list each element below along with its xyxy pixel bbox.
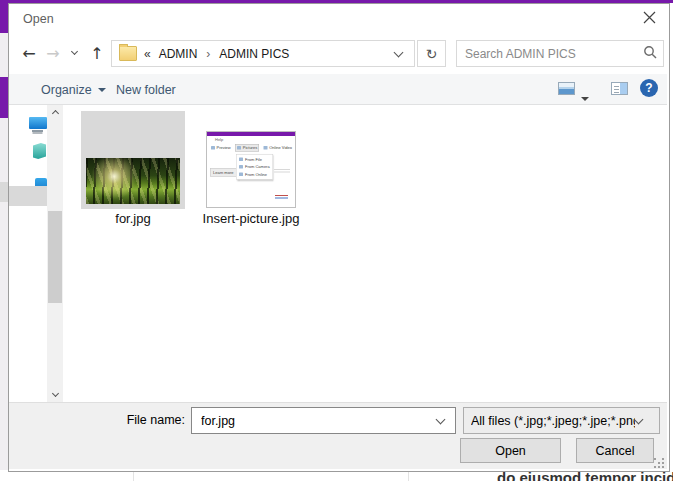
help-icon: ? xyxy=(645,81,652,95)
mini-from-file-icon xyxy=(239,158,243,162)
selected-tree-item[interactable] xyxy=(9,186,47,206)
cancel-button[interactable]: Cancel xyxy=(576,438,654,463)
file-name-label: File name: xyxy=(109,413,185,427)
views-icon[interactable] xyxy=(558,82,575,95)
mini-online-video-icon xyxy=(264,146,268,150)
chevron-up-icon xyxy=(51,110,58,117)
breadcrumb-collapse[interactable]: « xyxy=(144,47,151,61)
preview-pane-icon[interactable] xyxy=(611,82,628,95)
views-dropdown-icon[interactable] xyxy=(581,87,589,105)
file-list-area[interactable]: for.jpg Help Preview Pictures Online Vid… xyxy=(63,105,667,402)
organize-button[interactable]: Organize xyxy=(41,74,106,105)
new-folder-button[interactable]: New folder xyxy=(116,74,176,105)
file-type-combobox[interactable]: All files (*.jpg;*.jpeg;*.jpe;*.png; xyxy=(463,407,660,434)
back-button[interactable]: ← xyxy=(17,40,41,66)
file-name-combobox[interactable] xyxy=(191,407,456,434)
help-button[interactable]: ? xyxy=(640,79,658,97)
thumbnail-mini-ui: Help Preview Pictures Online Video Learn… xyxy=(207,136,295,208)
this-pc-icon[interactable] xyxy=(29,117,47,129)
mini-from-online-icon xyxy=(239,173,243,177)
organize-label: Organize xyxy=(41,83,92,97)
backdrop-left-strip-6 xyxy=(0,202,8,470)
3d-objects-icon[interactable] xyxy=(33,143,46,159)
backdrop-left-strip-4 xyxy=(0,118,8,182)
mini-text-lines xyxy=(274,169,290,170)
breadcrumb-item-admin-pics[interactable]: ADMIN PICS xyxy=(219,47,289,61)
mini-pictures-button: Pictures xyxy=(243,146,257,151)
backdrop-left-strip-1 xyxy=(0,3,8,33)
mini-side-button: Learn more xyxy=(210,168,236,177)
file-item-for-jpg[interactable] xyxy=(81,111,185,209)
forest-thumbnail-image xyxy=(86,158,180,204)
mini-dropdown-menu: From File From Camera From Online xyxy=(236,154,273,180)
address-bar[interactable]: « ADMIN › ADMIN PICS xyxy=(111,40,415,67)
file-label-insert-picture-jpg[interactable]: Insert-picture.jpg xyxy=(191,211,311,226)
file-item-insert-picture-jpg[interactable]: Help Preview Pictures Online Video Learn… xyxy=(206,131,296,208)
file-name-dropdown-icon[interactable] xyxy=(436,414,446,424)
open-dialog: Open ← → ↑ « ADMIN › ADMIN PICS ↻ Organi… xyxy=(8,3,670,472)
mini-online-video-button: Online Video xyxy=(269,146,292,151)
sidebar-scrollbar[interactable] xyxy=(47,105,63,402)
organize-dropdown-icon xyxy=(98,88,106,92)
close-button[interactable] xyxy=(633,6,665,32)
file-name-input[interactable] xyxy=(199,413,433,429)
up-button[interactable]: ↑ xyxy=(85,40,109,66)
close-icon xyxy=(643,10,656,28)
recent-locations-button[interactable] xyxy=(67,40,81,66)
file-type-value: All files (*.jpg;*.jpeg;*.jpe;*.png; xyxy=(471,414,635,428)
scroll-up-button[interactable] xyxy=(47,105,63,119)
refresh-button[interactable]: ↻ xyxy=(417,40,446,67)
folder-icon xyxy=(119,46,137,61)
dialog-title: Open xyxy=(23,12,54,26)
search-input[interactable] xyxy=(463,46,637,62)
breadcrumb-separator-icon[interactable]: › xyxy=(206,47,210,61)
mini-preview-button: Preview xyxy=(217,146,231,151)
backdrop-left-strip-2 xyxy=(0,33,8,77)
mini-help-tab: Help xyxy=(215,138,223,143)
chevron-down-icon xyxy=(51,390,58,397)
new-folder-label: New folder xyxy=(116,83,176,97)
mini-colored-text-lines xyxy=(275,195,288,196)
search-box xyxy=(456,40,664,67)
file-type-dropdown-icon[interactable] xyxy=(634,414,644,424)
mini-preview-icon xyxy=(211,146,215,150)
backdrop-left-strip-5 xyxy=(0,182,8,202)
forward-button[interactable]: → xyxy=(41,40,65,66)
chevron-down-icon xyxy=(70,48,77,55)
search-icon[interactable] xyxy=(643,45,657,63)
breadcrumb-item-admin[interactable]: ADMIN xyxy=(159,47,198,61)
address-dropdown-icon[interactable] xyxy=(394,47,404,57)
scroll-down-button[interactable] xyxy=(47,388,63,402)
mini-from-camera-icon xyxy=(239,165,243,169)
mini-pictures-icon xyxy=(237,146,241,150)
resize-grip[interactable] xyxy=(654,458,656,460)
open-button[interactable]: Open xyxy=(460,438,561,463)
navigation-pane xyxy=(9,105,63,402)
file-label-for-jpg[interactable]: for.jpg xyxy=(81,211,185,226)
scrollbar-thumb[interactable] xyxy=(48,211,62,303)
backdrop-left-strip-3 xyxy=(0,77,8,118)
